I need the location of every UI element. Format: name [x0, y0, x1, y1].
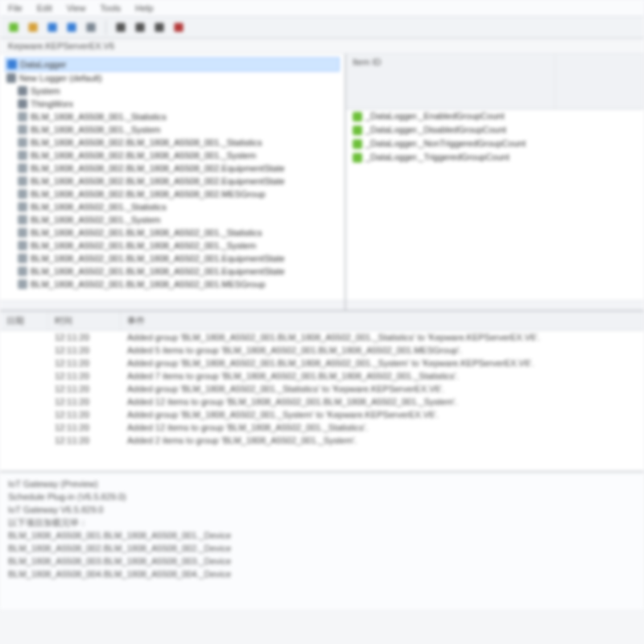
log-col-time[interactable]: 时间 [48, 312, 121, 330]
tree-node[interactable]: BLM_1808_A5508_002.BLM_1808_A5508_001._S… [5, 149, 340, 162]
log-message: Added 12 items to group 'BLM_1808_A5502_… [121, 422, 644, 433]
tree-node[interactable]: BLM_1808_A5502_001.BLM_1808_A5502_001.Eq… [5, 265, 340, 278]
grid-body[interactable]: _DataLogger._EnabledGroupCountDWord_Data… [346, 109, 644, 300]
grid-row[interactable]: _DataLogger._EnabledGroupCountDWord [346, 109, 644, 123]
tree-node[interactable]: BLM_1808_A5508_001._System [5, 123, 340, 136]
log-time: 12:11:20 [48, 332, 121, 343]
log-time: 12:11:20 [48, 370, 121, 382]
log-row[interactable]: 12:11:20Added 5 items to group 'BLM_1808… [0, 344, 644, 357]
tag-icon [353, 126, 362, 135]
group-icon [18, 254, 27, 263]
log-col-date[interactable]: 日期 [0, 312, 48, 330]
tree-node-label: BLM_1808_A5508_002.BLM_1808_A5508_002.Eq… [31, 175, 285, 188]
cell-item-id: _DataLogger._TriggeredGroupCount [346, 151, 555, 163]
tree[interactable]: DataLoggerNew Logger (default)SystemThin… [0, 54, 345, 300]
group-icon [18, 125, 27, 134]
log-row[interactable]: 12:11:20Added 2 items to group 'BLM_1808… [0, 434, 644, 447]
tree-node-label: System [31, 85, 60, 97]
scrollbar-h[interactable] [0, 300, 345, 310]
server-icon [7, 60, 17, 69]
grid-row[interactable]: _DataLogger._NonTriggeredGroupCountDWord [346, 137, 644, 151]
col-blank[interactable] [555, 54, 644, 109]
tree-node-label: BLM_1808_A5508_001._Statistics [31, 110, 167, 123]
tree-node-label: BLM_1808_A5508_002.BLM_1808_A5508_001._S… [31, 136, 262, 149]
log-row[interactable]: 12:11:20Added group 'BLM_1808_A5502_001.… [0, 408, 644, 421]
tree-node[interactable]: BLM_1808_A5502_001._System [5, 213, 340, 226]
svg-rect-3 [67, 23, 76, 31]
copy-icon[interactable] [133, 20, 147, 35]
tree-node-label: ThingWorx [31, 97, 73, 110]
tree-node-label: BLM_1808_A5502_001.BLM_1808_A5502_001.ME… [31, 278, 266, 291]
log-row[interactable]: 12:11:20Added 7 items to group 'BLM_1808… [0, 369, 644, 382]
tag-icon [353, 112, 362, 122]
log-col-msg[interactable]: 事件 [121, 312, 644, 330]
status-line: BLM_1808_A5508_003.BLM_1808_A5508_003._D… [8, 555, 636, 568]
log-message: Added 5 items to group 'BLM_1808_A5502_0… [121, 345, 644, 356]
cell-blank [555, 124, 644, 136]
cell-item-id: _DataLogger._DisabledGroupCount [346, 124, 555, 136]
open-icon[interactable] [26, 20, 40, 35]
status-line: Schedule Plug-in (V6.5.829.0) [8, 490, 636, 503]
tree-node[interactable]: BLM_1808_A5508_001._Statistics [5, 110, 340, 123]
log-row[interactable]: 12:11:20Added group 'BLM_1808_A5502_001.… [0, 382, 644, 395]
cut-icon[interactable] [114, 20, 128, 35]
props-icon[interactable] [84, 20, 98, 35]
log-row[interactable]: 12:11:20Added 12 items to group 'BLM_180… [0, 421, 644, 434]
log-time: 12:11:20 [48, 409, 121, 420]
split-top: DataLoggerNew Logger (default)SystemThin… [0, 54, 644, 312]
log-date [0, 435, 48, 446]
status-line: BLM_1808_A5508_001.BLM_1808_A5508_001._D… [8, 529, 636, 542]
grid-header: Item ID 数据类型 [346, 54, 644, 109]
log-date [0, 370, 48, 382]
new-icon[interactable] [6, 20, 21, 35]
save-icon[interactable] [45, 20, 60, 35]
paste-icon[interactable] [152, 20, 167, 35]
log-date [0, 383, 48, 394]
grid-row[interactable]: _DataLogger._DisabledGroupCountDWord [346, 123, 644, 137]
tree-node[interactable]: BLM_1808_A5502_001._Statistics [5, 200, 340, 213]
menu-view[interactable]: View [67, 3, 86, 13]
toolbar [0, 17, 644, 39]
log-row[interactable]: 12:11:20Added group 'BLM_1808_A5502_001.… [0, 357, 644, 369]
tree-node-label: BLM_1808_A5508_001._System [31, 123, 160, 136]
tree-node[interactable]: BLM_1808_A5502_001.BLM_1808_A5502_001.ME… [5, 278, 340, 291]
menu-file[interactable]: File [8, 3, 23, 13]
log-date [0, 409, 48, 420]
log-time: 12:11:20 [48, 435, 121, 446]
group-icon [18, 163, 27, 173]
tree-node-label: BLM_1808_A5508_002.BLM_1808_A5508_002.Eq… [31, 162, 285, 175]
log-message: Added 2 items to group 'BLM_1808_A5502_0… [121, 435, 644, 446]
grid-pane: Item ID 数据类型 _DataLogger._EnabledGroupCo… [346, 54, 644, 310]
tree-node[interactable]: BLM_1808_A5502_001.BLM_1808_A5502_001._S… [5, 239, 340, 252]
tree-node[interactable]: ThingWorx [5, 97, 340, 110]
delete-icon[interactable] [171, 20, 186, 35]
svg-rect-7 [155, 23, 163, 31]
scrollbar-h[interactable] [346, 300, 644, 310]
tree-pane: DataLoggerNew Logger (default)SystemThin… [0, 54, 346, 310]
log-row[interactable]: 12:11:20Added group 'BLM_1808_A5502_001.… [0, 331, 644, 344]
grid-row[interactable]: _DataLogger._TriggeredGroupCountDWord [346, 151, 644, 164]
menubar: File Edit View Tools Help [0, 0, 644, 17]
svg-rect-5 [116, 23, 125, 31]
tree-node[interactable]: BLM_1808_A5508_002.BLM_1808_A5508_001._S… [5, 136, 340, 149]
tree-node[interactable]: BLM_1808_A5502_001.BLM_1808_A5502_001.Eq… [5, 252, 340, 265]
log-time: 12:11:20 [48, 383, 121, 394]
menu-help[interactable]: Help [135, 3, 154, 13]
col-item-id[interactable]: Item ID [346, 54, 555, 109]
tree-node[interactable]: System [5, 85, 340, 97]
tree-node-label: BLM_1808_A5508_002.BLM_1808_A5508_001._S… [31, 149, 256, 162]
menu-tools[interactable]: Tools [100, 3, 121, 13]
group-icon [18, 176, 27, 186]
tree-node[interactable]: New Logger (default) [5, 72, 340, 85]
group-icon [18, 189, 27, 199]
log-body[interactable]: 12:11:20Added group 'BLM_1808_A5502_001.… [0, 331, 644, 447]
tree-node[interactable]: BLM_1808_A5508_002.BLM_1808_A5508_002.ME… [5, 188, 340, 200]
tree-node[interactable]: DataLogger [5, 57, 340, 72]
log-row[interactable]: 12:11:20Added 12 items to group 'BLM_180… [0, 395, 644, 408]
tree-node[interactable]: BLM_1808_A5502_001.BLM_1808_A5502_001._S… [5, 226, 340, 239]
refresh-icon[interactable] [64, 20, 79, 35]
tree-node[interactable]: BLM_1808_A5508_002.BLM_1808_A5508_002.Eq… [5, 175, 340, 188]
toolbar-separator [105, 20, 106, 35]
tree-node[interactable]: BLM_1808_A5508_002.BLM_1808_A5508_002.Eq… [5, 162, 340, 175]
menu-edit[interactable]: Edit [37, 3, 52, 13]
